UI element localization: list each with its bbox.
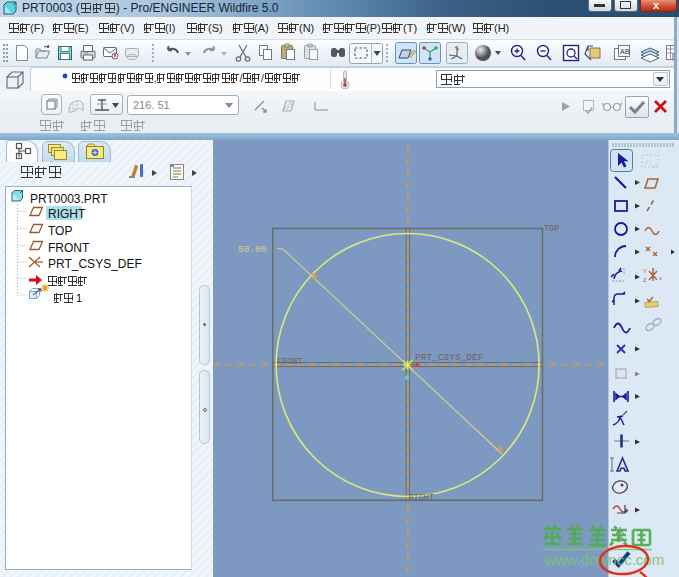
svg-text:Y: Y — [643, 268, 647, 274]
svg-text:FRONT: FRONT — [277, 357, 303, 367]
svg-text:50.00: 50.00 — [238, 244, 267, 255]
svg-text:PRT_CSYS_DEF: PRT_CSYS_DEF — [415, 352, 484, 363]
svg-text:TOP: TOP — [544, 224, 559, 234]
svg-text:x: x — [659, 275, 662, 281]
svg-text:RIGHT: RIGHT — [409, 493, 435, 503]
svg-text:Z: Z — [643, 277, 647, 283]
svg-text:AB: AB — [620, 48, 630, 55]
